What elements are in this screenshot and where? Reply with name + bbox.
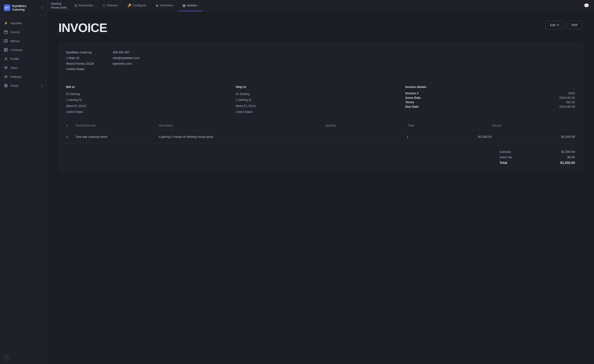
subtotal-label: Subtotal	[500, 150, 544, 154]
total-value: $1,500.00	[554, 161, 575, 165]
events-icon	[4, 30, 8, 34]
sidebar-label-settings: Settings	[10, 75, 21, 78]
sidebar-item-team[interactable]: Team	[0, 63, 47, 72]
overview-chevron-icon: ›	[174, 4, 175, 6]
menus-icon	[4, 39, 8, 43]
chat-button[interactable]: 💬	[583, 2, 590, 9]
invoice-card: ByteBites Catering 1 Main St Miami,Flori…	[58, 42, 583, 171]
ship-to-addr3: United States	[236, 110, 405, 114]
brand-logo[interactable]: BY ByteBites Catering ∨	[0, 0, 47, 16]
bill-to-col: Bill to Ev Sterling 1 Sterling St Miami,…	[66, 85, 236, 114]
company-address3: United States	[66, 67, 94, 72]
sidebar-label-profile: Profile	[10, 57, 19, 61]
essentials-icon: ▤	[74, 4, 77, 7]
tab-essentials[interactable]: ▤ Essentials ›	[71, 0, 99, 11]
invoice-number-value: 1024	[568, 91, 575, 95]
tab-planner[interactable]: ☑ Planner ›	[99, 0, 124, 11]
sidebar-label-inquiries: Inquiries	[10, 21, 22, 25]
sidebar-label-events: Events	[10, 30, 20, 34]
bill-to-addr3: United States	[66, 110, 236, 114]
ship-to-name: Ev Sterling	[236, 92, 405, 96]
contacts-icon	[4, 48, 8, 52]
settings-icon	[4, 75, 8, 79]
help-button[interactable]: ?	[4, 355, 9, 360]
row-quantity: 1	[325, 135, 408, 138]
tab-invoice[interactable]: ▦ Invoice ›	[179, 0, 203, 11]
svg-point-3	[5, 58, 7, 59]
overview-icon: ◉	[156, 4, 159, 7]
invoice-header: INVOICE Edit ✎ PDF	[58, 21, 583, 35]
edit-icon: ✎	[557, 23, 559, 27]
row-description: Catering 3 meals at Sterling house party	[159, 135, 325, 138]
topnav-right: 💬	[583, 2, 590, 9]
sales-tax-row: Sales tax $0.00	[500, 156, 575, 159]
bill-to-name: Ev Sterling	[66, 92, 236, 96]
tab-overview[interactable]: ◉ Overview ›	[152, 0, 179, 11]
edit-label: Edit	[550, 23, 555, 27]
svg-rect-2	[4, 48, 7, 52]
svg-rect-0	[4, 31, 7, 34]
col-header-description: Description	[159, 124, 325, 127]
row-product: One-day catering event	[76, 135, 159, 138]
sidebar-label-contacts: Contacts	[10, 48, 22, 52]
row-number: 1	[66, 135, 76, 138]
sales-tax-value: $0.00	[554, 156, 575, 159]
company-address1: 1 Main St	[66, 56, 94, 61]
subtotal-row: Subtotal $1,500.00	[500, 150, 575, 154]
pdf-button[interactable]: PDF	[567, 21, 583, 29]
sidebar-item-profile[interactable]: Profile	[0, 54, 47, 63]
configure-icon: 🔑	[128, 4, 131, 7]
sidebar-label-public: Public	[10, 84, 19, 87]
sidebar-item-settings[interactable]: Settings	[0, 72, 47, 81]
col-header-product: Product/Service	[76, 124, 159, 127]
company-phone: 305 555 567	[113, 50, 140, 55]
brand-name: ByteBites Catering	[12, 4, 39, 11]
due-date-label: Due Date	[405, 105, 418, 108]
sidebar-item-contacts[interactable]: Contacts	[0, 46, 47, 54]
sidebar-bottom: ?	[0, 351, 47, 364]
svg-point-6	[5, 76, 7, 77]
company-contact-col: 305 555 567 info@bytebites.com bytebites…	[113, 50, 140, 72]
inquiries-icon: ⚡	[4, 21, 8, 25]
invoice-chevron-icon: ›	[198, 4, 199, 6]
terms-label: Terms	[405, 100, 414, 104]
grand-total-row: Total $1,500.00	[500, 161, 575, 165]
line-items-table: # Product/Service Description Quantity R…	[59, 121, 582, 143]
invoice-number-row: Invoice # 1024	[405, 91, 575, 95]
profile-icon	[4, 57, 8, 61]
invoice-details-col: Invoice details Invoice # 1024 Issue Dat…	[405, 85, 575, 114]
totals-section: Subtotal $1,500.00 Sales tax $0.00 Total…	[59, 143, 582, 171]
invoice-content: INVOICE Edit ✎ PDF ByteBites Catering 1 …	[47, 11, 594, 364]
sidebar-label-team: Team	[10, 66, 18, 70]
sales-tax-label: Sales tax	[500, 156, 544, 159]
due-date-value: 2024-06-29	[559, 105, 575, 108]
sidebar-nav: ⚡ Inquiries Events Menus	[0, 16, 47, 351]
ship-to-addr2: Miami,FL,33101	[236, 104, 405, 108]
company-info-section: ByteBites Catering 1 Main St Miami,Flori…	[59, 43, 582, 78]
table-row: 1 One-day catering event Catering 3 meal…	[59, 130, 582, 143]
subtotal-value: $1,500.00	[554, 150, 575, 154]
bill-to-addr2: Miami,FL,33101	[66, 104, 236, 108]
terms-value: Net 30	[566, 100, 575, 104]
planner-icon: ☑	[103, 4, 106, 7]
col-header-number: #	[66, 124, 76, 127]
sidebar-item-inquiries[interactable]: ⚡ Inquiries	[0, 19, 47, 27]
invoice-title: INVOICE	[58, 21, 107, 35]
sidebar-item-menus[interactable]: Menus	[0, 36, 47, 46]
public-chevron-icon: ∨	[41, 84, 43, 87]
invoice-actions: Edit ✎ PDF	[545, 21, 583, 29]
pdf-label: PDF	[572, 23, 578, 27]
bill-to-addr1: 1 Sterling St	[66, 98, 236, 102]
issue-date-value: 2024-05-30	[559, 96, 575, 99]
sidebar-item-public[interactable]: Public ∨	[0, 81, 47, 90]
brand-avatar: BY	[4, 5, 10, 11]
sidebar-item-events[interactable]: Events	[0, 27, 47, 36]
sidebar-label-menus: Menus	[10, 39, 20, 43]
col-header-quantity: Quantity	[325, 124, 408, 127]
col-header-amount: Amount	[492, 124, 575, 127]
due-date-row: Due Date 2024-06-29	[405, 105, 575, 108]
edit-button[interactable]: Edit ✎	[545, 21, 564, 29]
sidebar: BY ByteBites Catering ∨ ⚡ Inquiries Even…	[0, 0, 47, 364]
tab-configure[interactable]: 🔑 Configure ›	[124, 0, 152, 11]
table-header-row: # Product/Service Description Quantity R…	[59, 121, 582, 130]
